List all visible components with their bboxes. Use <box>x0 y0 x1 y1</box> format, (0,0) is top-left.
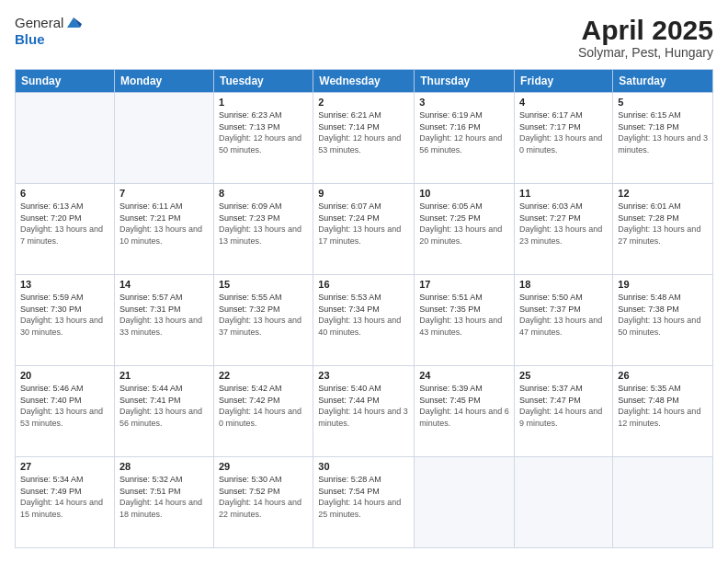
page: General Blue April 2025 Solymar, Pest, H… <box>0 0 728 563</box>
day-info: Sunrise: 5:46 AM Sunset: 7:40 PM Dayligh… <box>20 383 109 429</box>
day-number: 19 <box>618 279 708 290</box>
table-row: 20 Sunrise: 5:46 AM Sunset: 7:40 PM Dayl… <box>16 366 115 457</box>
daylight-text: Daylight: 13 hours and 53 minutes. <box>20 407 103 428</box>
sunset-text: Sunset: 7:16 PM <box>419 122 481 132</box>
daylight-text: Daylight: 12 hours and 50 minutes. <box>219 133 301 155</box>
day-number: 14 <box>119 279 209 290</box>
table-row: 13 Sunrise: 5:59 AM Sunset: 7:30 PM Dayl… <box>16 275 115 366</box>
table-row: 16 Sunrise: 5:53 AM Sunset: 7:34 PM Dayl… <box>313 275 415 366</box>
day-info: Sunrise: 6:03 AM Sunset: 7:27 PM Dayligh… <box>519 201 608 247</box>
sunset-text: Sunset: 7:42 PM <box>219 396 280 405</box>
day-number: 17 <box>419 279 509 290</box>
calendar-week-row: 20 Sunrise: 5:46 AM Sunset: 7:40 PM Dayl… <box>16 366 713 457</box>
sunset-text: Sunset: 7:40 PM <box>20 396 82 405</box>
daylight-text: Daylight: 13 hours and 3 minutes. <box>618 133 708 155</box>
calendar-week-row: 27 Sunrise: 5:34 AM Sunset: 7:49 PM Dayl… <box>16 457 713 548</box>
day-number: 27 <box>20 461 109 472</box>
day-number: 6 <box>20 188 109 199</box>
sunset-text: Sunset: 7:21 PM <box>119 213 181 223</box>
daylight-text: Daylight: 13 hours and 10 minutes. <box>119 224 202 246</box>
day-info: Sunrise: 6:15 AM Sunset: 7:18 PM Dayligh… <box>618 109 708 155</box>
day-info: Sunrise: 5:57 AM Sunset: 7:31 PM Dayligh… <box>119 292 209 338</box>
table-row <box>16 93 115 184</box>
day-number: 15 <box>219 279 308 290</box>
day-number: 1 <box>219 97 308 108</box>
sunset-text: Sunset: 7:38 PM <box>618 304 679 314</box>
sunrise-text: Sunrise: 6:17 AM <box>519 110 583 120</box>
location-title: Solymar, Pest, Hungary <box>578 45 713 60</box>
month-title: April 2025 <box>578 15 713 45</box>
sunset-text: Sunset: 7:32 PM <box>219 304 280 314</box>
daylight-text: Daylight: 13 hours and 20 minutes. <box>419 224 502 246</box>
sunset-text: Sunset: 7:17 PM <box>519 122 581 132</box>
day-info: Sunrise: 5:30 AM Sunset: 7:52 PM Dayligh… <box>219 474 308 520</box>
sunset-text: Sunset: 7:54 PM <box>318 487 380 496</box>
col-sunday: Sunday <box>16 70 115 93</box>
daylight-text: Daylight: 13 hours and 56 minutes. <box>119 407 202 428</box>
sunset-text: Sunset: 7:27 PM <box>519 213 581 223</box>
logo-blue: Blue <box>15 31 82 47</box>
day-info: Sunrise: 5:32 AM Sunset: 7:51 PM Dayligh… <box>119 474 209 520</box>
daylight-text: Daylight: 14 hours and 0 minutes. <box>219 407 301 428</box>
day-number: 10 <box>419 188 509 199</box>
sunrise-text: Sunrise: 6:11 AM <box>119 201 183 211</box>
day-info: Sunrise: 5:37 AM Sunset: 7:47 PM Dayligh… <box>519 383 608 429</box>
sunset-text: Sunset: 7:25 PM <box>419 213 481 223</box>
day-number: 29 <box>219 461 308 472</box>
day-number: 3 <box>419 97 509 108</box>
day-number: 7 <box>119 188 209 199</box>
day-number: 24 <box>419 370 509 381</box>
sunrise-text: Sunrise: 5:55 AM <box>219 293 282 302</box>
table-row: 19 Sunrise: 5:48 AM Sunset: 7:38 PM Dayl… <box>613 275 713 366</box>
daylight-text: Daylight: 13 hours and 30 minutes. <box>20 316 103 337</box>
sunrise-text: Sunrise: 5:40 AM <box>318 384 381 393</box>
table-row: 7 Sunrise: 6:11 AM Sunset: 7:21 PM Dayli… <box>114 184 213 275</box>
sunset-text: Sunset: 7:35 PM <box>419 304 481 314</box>
sunset-text: Sunset: 7:30 PM <box>20 304 82 314</box>
table-row: 2 Sunrise: 6:21 AM Sunset: 7:14 PM Dayli… <box>313 93 415 184</box>
table-row: 15 Sunrise: 5:55 AM Sunset: 7:32 PM Dayl… <box>213 275 313 366</box>
sunrise-text: Sunrise: 5:42 AM <box>219 384 282 393</box>
table-row: 4 Sunrise: 6:17 AM Sunset: 7:17 PM Dayli… <box>515 93 613 184</box>
logo: General Blue <box>15 15 82 47</box>
day-info: Sunrise: 5:51 AM Sunset: 7:35 PM Dayligh… <box>419 292 509 338</box>
logo-icon <box>65 15 82 31</box>
col-tuesday: Tuesday <box>213 70 313 93</box>
sunset-text: Sunset: 7:23 PM <box>219 213 280 223</box>
daylight-text: Daylight: 14 hours and 3 minutes. <box>318 407 408 428</box>
daylight-text: Daylight: 13 hours and 47 minutes. <box>519 316 602 337</box>
daylight-text: Daylight: 14 hours and 18 minutes. <box>119 498 202 519</box>
table-row: 30 Sunrise: 5:28 AM Sunset: 7:54 PM Dayl… <box>313 457 415 548</box>
sunrise-text: Sunrise: 5:48 AM <box>618 293 681 302</box>
day-number: 16 <box>318 279 409 290</box>
calendar-header-row: Sunday Monday Tuesday Wednesday Thursday… <box>16 70 713 93</box>
day-number: 8 <box>219 188 308 199</box>
day-info: Sunrise: 6:19 AM Sunset: 7:16 PM Dayligh… <box>419 109 509 155</box>
day-info: Sunrise: 6:13 AM Sunset: 7:20 PM Dayligh… <box>20 201 109 247</box>
day-info: Sunrise: 5:42 AM Sunset: 7:42 PM Dayligh… <box>219 383 308 429</box>
sunrise-text: Sunrise: 6:03 AM <box>519 201 583 211</box>
sunset-text: Sunset: 7:52 PM <box>219 487 280 496</box>
calendar-week-row: 13 Sunrise: 5:59 AM Sunset: 7:30 PM Dayl… <box>16 275 713 366</box>
day-info: Sunrise: 5:40 AM Sunset: 7:44 PM Dayligh… <box>318 383 409 429</box>
table-row: 8 Sunrise: 6:09 AM Sunset: 7:23 PM Dayli… <box>213 184 313 275</box>
day-number: 12 <box>618 188 708 199</box>
day-info: Sunrise: 5:34 AM Sunset: 7:49 PM Dayligh… <box>20 474 109 520</box>
daylight-text: Daylight: 14 hours and 9 minutes. <box>519 407 602 428</box>
day-info: Sunrise: 5:44 AM Sunset: 7:41 PM Dayligh… <box>119 383 209 429</box>
daylight-text: Daylight: 13 hours and 23 minutes. <box>519 224 602 246</box>
day-info: Sunrise: 5:55 AM Sunset: 7:32 PM Dayligh… <box>219 292 308 338</box>
day-number: 23 <box>318 370 409 381</box>
sunset-text: Sunset: 7:20 PM <box>20 213 82 223</box>
day-info: Sunrise: 5:28 AM Sunset: 7:54 PM Dayligh… <box>318 474 409 520</box>
day-number: 13 <box>20 279 109 290</box>
daylight-text: Daylight: 14 hours and 12 minutes. <box>618 407 700 428</box>
sunrise-text: Sunrise: 5:57 AM <box>119 293 183 302</box>
table-row: 10 Sunrise: 6:05 AM Sunset: 7:25 PM Dayl… <box>415 184 515 275</box>
daylight-text: Daylight: 13 hours and 17 minutes. <box>318 224 401 246</box>
sunset-text: Sunset: 7:24 PM <box>318 213 380 223</box>
table-row: 3 Sunrise: 6:19 AM Sunset: 7:16 PM Dayli… <box>415 93 515 184</box>
table-row: 23 Sunrise: 5:40 AM Sunset: 7:44 PM Dayl… <box>313 366 415 457</box>
sunrise-text: Sunrise: 5:59 AM <box>20 293 84 302</box>
sunrise-text: Sunrise: 6:15 AM <box>618 110 681 120</box>
